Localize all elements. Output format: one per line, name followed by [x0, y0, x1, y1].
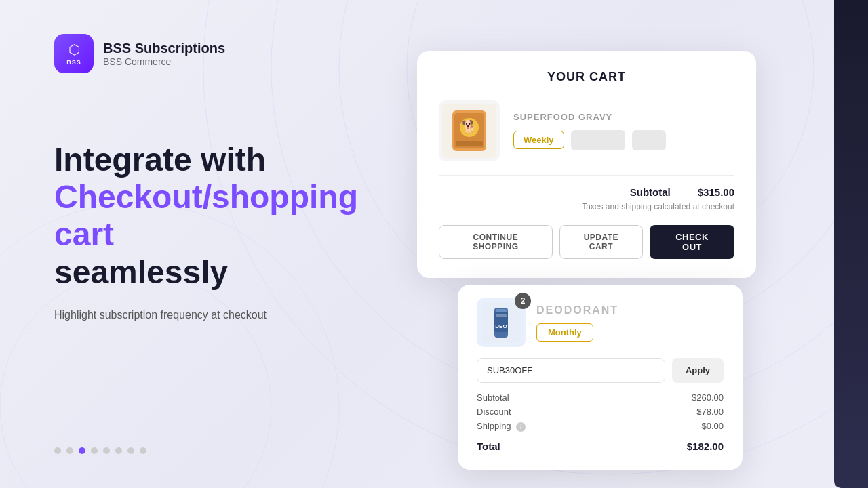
coupon-row: Apply: [477, 358, 724, 383]
logo-title: BSS Subscriptions: [103, 41, 225, 56]
deodorant-image-wrap: DEO 2: [477, 298, 526, 347]
dot-6[interactable]: [115, 447, 122, 454]
monthly-frequency-badge[interactable]: Monthly: [536, 323, 593, 342]
dot-2[interactable]: [66, 447, 73, 454]
pagination-dots: [54, 447, 380, 454]
left-panel: ⬡ BSS BSS Subscriptions BSS Commerce Int…: [0, 0, 434, 488]
weekly-frequency-badge[interactable]: Weekly: [513, 131, 564, 149]
svg-rect-17: [496, 314, 507, 317]
logo-subtitle: BSS Commerce: [103, 56, 225, 67]
headline-line1: Integrate with: [54, 142, 266, 178]
cart-actions: CONTINUE SHOPPING UPDATE CART CHECK OUT: [439, 225, 734, 259]
deodorant-item: DEO 2 DEODORANT Monthly: [477, 298, 724, 347]
summary-discount-label: Discount: [477, 407, 511, 417]
cart-subtotal-row: Subtotal $315.00: [439, 186, 734, 198]
shipping-info-icon[interactable]: i: [516, 422, 526, 432]
svg-text:DEO: DEO: [495, 323, 507, 329]
summary-subtotal-value: $260.00: [692, 392, 724, 403]
logo-icon: ⬡: [68, 41, 80, 58]
summary-total-label: Total: [477, 441, 500, 452]
subtotal-summary-row: Subtotal $260.00: [477, 392, 724, 403]
cart-divider: [439, 175, 734, 176]
option-placeholder-2: [632, 130, 666, 150]
summary-shipping-value: $0.00: [701, 421, 724, 432]
shipping-summary-row: Shipping i $0.00: [477, 421, 724, 432]
deodorant-card: DEO 2 DEODORANT Monthly Apply Subtotal $…: [458, 285, 743, 470]
summary-discount-value: $78.00: [696, 407, 724, 417]
headline-line2: Checkout/shopping cart: [54, 179, 358, 252]
dot-3-active[interactable]: [79, 447, 85, 454]
subtext: Highlight subscription frequency at chec…: [54, 307, 380, 323]
cart-item: 🐕 SUPERFOOD GRAVY Weekly: [439, 100, 734, 161]
total-summary-row: Total $182.00: [477, 436, 724, 452]
logo-bss-label: BSS: [66, 59, 81, 66]
checkout-button[interactable]: CHECK OUT: [650, 225, 734, 259]
headline: Integrate with Checkout/shopping cart se…: [54, 141, 380, 291]
dot-1[interactable]: [54, 447, 61, 454]
cart-options: Weekly: [513, 130, 734, 150]
product-info: SUPERFOOD GRAVY Weekly: [513, 112, 734, 150]
tax-note: Taxes and shipping calculated at checkou…: [439, 202, 734, 211]
deodorant-info: DEODORANT Monthly: [536, 304, 724, 342]
right-panel: YOUR CART 🐕 SUPERFOOD GRAVY Weekly: [407, 0, 868, 488]
coupon-input[interactable]: [477, 358, 665, 383]
cart-card: YOUR CART 🐕 SUPERFOOD GRAVY Weekly: [417, 51, 756, 278]
update-cart-button[interactable]: UPDATE CART: [559, 225, 643, 259]
summary-subtotal-label: Subtotal: [477, 392, 509, 403]
deodorant-name: DEODORANT: [536, 304, 724, 317]
dot-4[interactable]: [91, 447, 98, 454]
option-placeholder-1: [571, 130, 625, 150]
svg-text:🐕: 🐕: [462, 119, 477, 134]
logo-box: ⬡ BSS: [54, 34, 94, 73]
product-image: 🐕: [439, 100, 500, 161]
cart-title: YOUR CART: [439, 70, 734, 84]
headline-line3: seamlessly: [54, 254, 228, 290]
svg-rect-12: [456, 141, 483, 146]
discount-summary-row: Discount $78.00: [477, 407, 724, 417]
dot-7[interactable]: [127, 447, 134, 454]
apply-button[interactable]: Apply: [672, 358, 724, 383]
dot-5[interactable]: [103, 447, 110, 454]
dot-8[interactable]: [140, 447, 146, 454]
quantity-badge: 2: [515, 293, 531, 309]
logo-area: ⬡ BSS BSS Subscriptions BSS Commerce: [54, 34, 380, 73]
logo-text-area: BSS Subscriptions BSS Commerce: [103, 41, 225, 67]
continue-shopping-button[interactable]: CONTINUE SHOPPING: [439, 225, 553, 259]
summary-total-value: $182.00: [687, 441, 724, 452]
product-name: SUPERFOOD GRAVY: [513, 112, 734, 122]
subtotal-label: Subtotal: [630, 186, 671, 198]
subtotal-value: $315.00: [698, 186, 734, 198]
device-frame: [834, 0, 868, 488]
summary-shipping-label: Shipping i: [477, 421, 526, 432]
